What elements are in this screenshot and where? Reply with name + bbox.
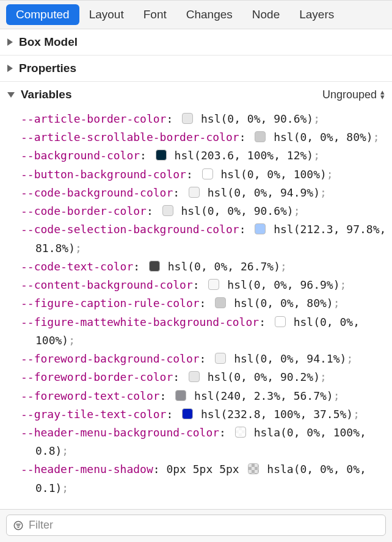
semicolon: ; <box>346 352 353 365</box>
tab-changes[interactable]: Changes <box>176 4 242 25</box>
variable-row[interactable]: --foreword-text-color: hsl(240, 2.3%, 56… <box>11 387 387 405</box>
variable-name: --article-border-color <box>21 112 166 125</box>
semicolon: ; <box>333 389 340 402</box>
color-swatch[interactable] <box>248 463 259 474</box>
variable-row[interactable]: --figure-mattewhite-background-color: hs… <box>11 313 387 350</box>
variable-value: hsl(0, 0%, 26.7%) <box>168 260 280 273</box>
variable-row[interactable]: --article-scrollable-border-color: hsl(0… <box>11 128 387 146</box>
variable-name: --foreword-text-color <box>21 389 160 402</box>
color-swatch[interactable] <box>208 279 219 290</box>
variable-name: --figure-caption-rule-color <box>21 297 200 309</box>
color-swatch[interactable] <box>255 223 266 234</box>
variable-row[interactable]: --foreword-background-color: hsl(0, 0%, … <box>11 350 387 368</box>
color-swatch[interactable] <box>255 131 266 142</box>
semicolon: ; <box>313 149 320 162</box>
colon: : <box>166 408 180 421</box>
variable-row[interactable]: --header-menu-background-color: hsla(0, … <box>11 424 387 460</box>
section-box-model: Box Model <box>0 29 392 56</box>
color-swatch[interactable] <box>149 261 160 272</box>
color-swatch[interactable] <box>175 390 186 401</box>
color-swatch[interactable] <box>215 353 226 364</box>
grouping-label: Ungrouped <box>322 89 377 101</box>
variable-row[interactable]: --gray-tile-text-color: hsl(232.8, 100%,… <box>11 405 387 424</box>
variable-row[interactable]: --content-background-color: hsl(0, 0%, 9… <box>11 276 387 294</box>
disclosure-triangle-icon <box>7 38 13 46</box>
color-swatch[interactable] <box>162 205 173 216</box>
tabbar: ComputedLayoutFontChangesNodeLayers <box>0 0 392 29</box>
colon: : <box>160 389 173 402</box>
disclosure-triangle-icon <box>7 92 15 98</box>
variable-value: hsl(203.6, 100%, 12%) <box>175 149 314 162</box>
color-swatch[interactable] <box>275 316 286 327</box>
variable-row[interactable]: --article-border-color: hsl(0, 0%, 90.6%… <box>11 110 387 128</box>
semicolon: ; <box>340 278 347 291</box>
colon: : <box>153 463 167 475</box>
variable-value: hsl(0, 0%, 90.6%) <box>181 204 293 217</box>
variable-name: --code-selection-background-color <box>21 223 239 236</box>
section-title: Variables <box>21 88 71 101</box>
variable-row[interactable]: --code-text-color: hsl(0, 0%, 26.7%); <box>11 258 387 276</box>
tab-font[interactable]: Font <box>134 4 176 25</box>
variable-name: --gray-tile-text-color <box>21 408 166 421</box>
variable-name: --header-menu-background-color <box>21 426 219 439</box>
variable-row[interactable]: --code-selection-background-color: hsl(2… <box>11 220 387 257</box>
tab-layers[interactable]: Layers <box>289 4 344 25</box>
section-title: Box Model <box>19 35 78 49</box>
variable-value: hsl(0, 0%, 80%) <box>234 297 333 309</box>
properties-header[interactable]: Properties <box>0 56 392 81</box>
color-swatch[interactable] <box>202 168 213 179</box>
variable-value-prefix: 0px 5px 5px <box>166 463 245 475</box>
box-model-header[interactable]: Box Model <box>0 29 392 55</box>
filter-input-wrap[interactable] <box>6 515 386 536</box>
colon: : <box>239 223 253 236</box>
tab-computed[interactable]: Computed <box>6 4 79 25</box>
semicolon: ; <box>333 297 340 309</box>
tab-layout[interactable]: Layout <box>79 4 134 25</box>
variable-value: hsl(240, 2.3%, 56.7%) <box>194 389 333 402</box>
semicolon: ; <box>373 131 380 143</box>
variable-name: --content-background-color <box>21 278 193 291</box>
tab-node[interactable]: Node <box>242 4 289 25</box>
semicolon: ; <box>320 370 327 383</box>
colon: : <box>133 260 147 273</box>
section-title: Properties <box>19 62 76 75</box>
color-swatch[interactable] <box>189 187 200 198</box>
semicolon: ; <box>62 482 68 494</box>
color-swatch[interactable] <box>189 371 200 382</box>
variable-row[interactable]: --code-background-color: hsl(0, 0%, 94.9… <box>11 184 387 202</box>
variable-row[interactable]: --foreword-border-color: hsl(0, 0%, 90.2… <box>11 368 387 386</box>
filter-input[interactable] <box>29 519 379 532</box>
color-swatch[interactable] <box>215 297 226 308</box>
colon: : <box>173 370 186 383</box>
variable-row[interactable]: --background-color: hsl(203.6, 100%, 12%… <box>11 146 387 165</box>
chevron-up-down-icon: ▴▾ <box>380 90 385 99</box>
semicolon: ; <box>313 112 320 125</box>
variable-name: --header-menu-shadow <box>21 463 153 475</box>
variable-row[interactable]: --button-background-color: hsl(0, 0%, 10… <box>11 165 387 184</box>
variable-name: --button-background-color <box>21 168 186 181</box>
variable-row[interactable]: --header-menu-shadow: 0px 5px 5px hsla(0… <box>11 460 387 497</box>
colon: : <box>200 352 213 365</box>
colon: : <box>193 278 206 291</box>
grouping-select[interactable]: Ungrouped ▴▾ <box>322 89 385 101</box>
variable-name: --figure-mattewhite-background-color <box>21 316 259 328</box>
section-variables: Variables Ungrouped ▴▾ --article-border-… <box>0 82 392 509</box>
color-swatch[interactable] <box>182 408 193 419</box>
colon: : <box>186 168 200 181</box>
variable-name: --code-border-color <box>21 204 147 217</box>
variable-row[interactable]: --code-border-color: hsl(0, 0%, 90.6%); <box>11 202 387 220</box>
variable-name: --foreword-border-color <box>21 370 173 383</box>
colon: : <box>147 204 160 217</box>
semicolon: ; <box>327 168 333 181</box>
variable-row[interactable]: --figure-caption-rule-color: hsl(0, 0%, … <box>11 294 387 313</box>
color-swatch[interactable] <box>182 113 193 124</box>
variable-value: hsl(232.8, 100%, 37.5%) <box>201 408 353 421</box>
variable-value: hsl(0, 0%, 90.6%) <box>201 112 313 125</box>
variables-header[interactable]: Variables Ungrouped ▴▾ <box>0 82 392 107</box>
color-swatch[interactable] <box>235 427 246 438</box>
variable-name: --foreword-background-color <box>21 352 200 365</box>
variables-list: --article-border-color: hsl(0, 0%, 90.6%… <box>0 107 392 504</box>
color-swatch[interactable] <box>156 150 167 161</box>
section-properties: Properties <box>0 56 392 82</box>
variable-value: hsl(0, 0%, 94.1%) <box>234 352 346 365</box>
